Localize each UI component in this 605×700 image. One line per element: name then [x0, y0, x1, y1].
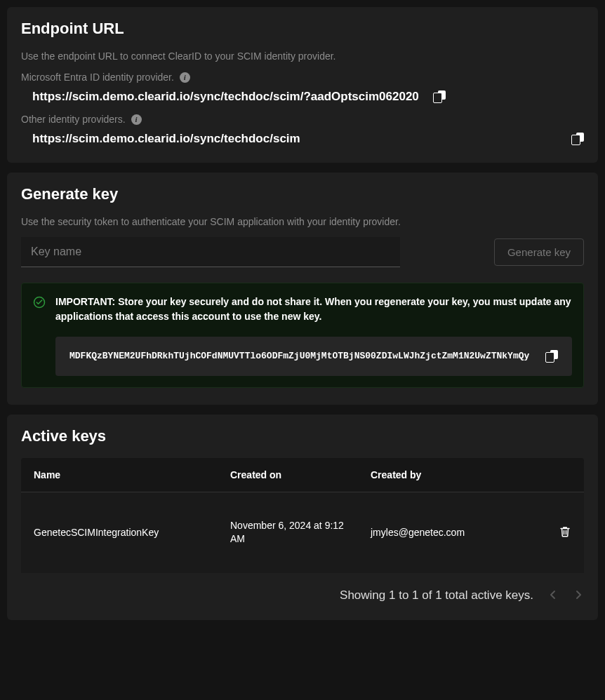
table-row: GenetecSCIMIntegrationKey November 6, 20… — [21, 492, 584, 573]
ms-provider-text: Microsoft Entra ID identity provider. — [21, 72, 174, 83]
pagination-summary: Showing 1 to 1 of 1 total active keys. — [340, 588, 533, 603]
alert-body: IMPORTANT: Store your key securely and d… — [55, 295, 572, 376]
table-header: Name Created on Created by — [21, 458, 584, 492]
key-name-input[interactable] — [21, 237, 400, 267]
col-actions — [543, 469, 571, 480]
generate-key-panel: Generate key Use the security token to a… — [7, 173, 598, 405]
endpoint-url-panel: Endpoint URL Use the endpoint URL to con… — [7, 7, 598, 163]
info-icon[interactable]: i — [131, 114, 142, 125]
col-name: Name — [34, 469, 230, 480]
trash-icon[interactable] — [559, 525, 571, 539]
row-actions — [543, 525, 571, 541]
copy-icon[interactable] — [545, 350, 558, 363]
active-title: Active keys — [21, 427, 584, 445]
key-alert: IMPORTANT: Store your key securely and d… — [21, 283, 584, 388]
active-keys-table: Name Created on Created by GenetecSCIMIn… — [21, 458, 584, 573]
generate-key-button[interactable]: Generate key — [494, 238, 584, 266]
other-provider-text: Other identity providers. — [21, 114, 126, 125]
generate-title: Generate key — [21, 185, 584, 203]
other-url-row: https://scim.demo.clearid.io/sync/techdo… — [32, 132, 584, 146]
alert-prefix: IMPORTANT: — [55, 296, 115, 307]
col-created: Created on — [230, 469, 371, 480]
copy-icon[interactable] — [433, 90, 446, 103]
generate-desc: Use the security token to authenticate y… — [21, 216, 584, 227]
alert-message: IMPORTANT: Store your key securely and d… — [55, 295, 572, 324]
row-created: November 6, 2024 at 9:12 AM — [230, 519, 371, 546]
ms-provider-label: Microsoft Entra ID identity provider. i — [21, 72, 584, 83]
endpoint-title: Endpoint URL — [21, 20, 584, 38]
other-provider-label: Other identity providers. i — [21, 114, 584, 125]
next-page-button[interactable] — [573, 588, 584, 603]
key-input-row: Generate key — [21, 237, 584, 267]
row-name: GenetecSCIMIntegrationKey — [34, 527, 230, 538]
copy-icon[interactable] — [571, 133, 584, 145]
other-url-value: https://scim.demo.clearid.io/sync/techdo… — [32, 132, 300, 146]
endpoint-desc: Use the endpoint URL to connect ClearID … — [21, 51, 584, 62]
ms-url-value: https://scim.demo.clearid.io/sync/techdo… — [32, 90, 419, 104]
active-keys-panel: Active keys Name Created on Created by G… — [7, 415, 598, 620]
ms-url-row: https://scim.demo.clearid.io/sync/techdo… — [32, 90, 584, 104]
pagination: Showing 1 to 1 of 1 total active keys. — [21, 573, 584, 603]
info-icon[interactable]: i — [180, 72, 190, 83]
prev-page-button[interactable] — [547, 588, 559, 603]
alert-text: Store your key securely and do not share… — [55, 296, 571, 322]
col-by: Created by — [371, 469, 543, 480]
token-box: MDFKQzBYNEM2UFhDRkhTUjhCOFdNMUVTTlo6ODFm… — [55, 337, 572, 376]
check-circle-icon — [33, 296, 46, 309]
row-by: jmyles@genetec.com — [371, 527, 543, 538]
token-value: MDFKQzBYNEM2UFhDRkhTUjhCOFdNMUVTTlo6ODFm… — [69, 349, 529, 363]
